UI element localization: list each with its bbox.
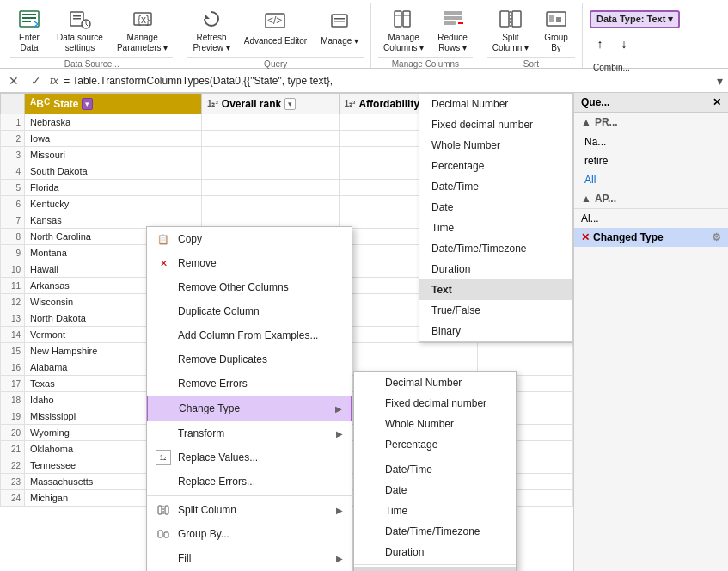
- subm-date[interactable]: Date: [354, 480, 516, 500]
- ctx-remove-other[interactable]: Remove Other Columns: [147, 275, 352, 299]
- formula-input[interactable]: [64, 75, 712, 87]
- step-x-icon[interactable]: ✕: [581, 231, 590, 243]
- dt-truefalse[interactable]: True/False: [419, 300, 572, 321]
- data-type-button[interactable]: Data Type: Text ▾: [590, 10, 680, 28]
- ctx-change-type[interactable]: Change Type ▶: [147, 396, 352, 421]
- dt-datetime[interactable]: Date/Time: [419, 176, 572, 197]
- ctx-remove-dupes[interactable]: Remove Duplicates: [147, 347, 352, 371]
- step-gear-icon[interactable]: ⚙: [712, 231, 721, 243]
- reduce-rows-button[interactable]: ReduceRows ▾: [432, 3, 472, 55]
- subm-fixed-decimal[interactable]: Fixed decimal number: [354, 393, 516, 414]
- col-rank-type-icon: 1₂³: [207, 99, 218, 108]
- properties-name-item[interactable]: Na...: [574, 132, 728, 151]
- dt-duration[interactable]: Duration: [419, 259, 572, 279]
- combine-button[interactable]: Combin...: [590, 59, 633, 75]
- collapse-properties-icon[interactable]: ▲: [581, 116, 591, 128]
- ctx-add-examples[interactable]: Add Column From Examples...: [147, 323, 352, 347]
- row-number: 22: [1, 457, 25, 474]
- formula-expand-icon[interactable]: ▾: [717, 74, 723, 88]
- all-props-item[interactable]: All: [574, 170, 728, 189]
- subm-time[interactable]: Time: [354, 500, 516, 521]
- svg-rect-34: [164, 532, 168, 537]
- collapse-steps-icon[interactable]: ▲: [581, 193, 591, 205]
- split-column-button[interactable]: SplitColumn ▾: [487, 3, 534, 55]
- advanced-editor-button[interactable]: </> Advanced Editor: [239, 3, 312, 55]
- dt-text[interactable]: Text: [419, 279, 572, 300]
- add-examples-icon: [156, 328, 171, 343]
- sort-asc-button[interactable]: ↑: [590, 35, 610, 56]
- subm-duration[interactable]: Duration: [354, 542, 516, 562]
- context-menu[interactable]: 📋 Copy ✕ Remove Remove Other Columns Dup…: [146, 226, 352, 571]
- dt-whole[interactable]: Whole Number: [419, 135, 572, 156]
- dt-datetimetz[interactable]: Date/Time/Timezone: [419, 238, 572, 259]
- dt-pct[interactable]: Percentage: [419, 156, 572, 176]
- row-number: 11: [1, 278, 25, 294]
- ctx-remove[interactable]: ✕ Remove: [147, 251, 352, 275]
- group-by-button[interactable]: GroupBy: [537, 3, 575, 55]
- manage-parameters-button[interactable]: {x} ManageParameters ▾: [112, 3, 173, 55]
- ctx-transform-label: Transform: [178, 427, 329, 439]
- col-rank-label: Overall rank: [222, 98, 281, 110]
- table-area: ABC State ▾ 1₂³ Overall rank ▾: [0, 93, 573, 571]
- row-number: 9: [1, 245, 25, 261]
- ctx-remove-errors[interactable]: Remove Errors: [147, 371, 352, 396]
- ribbon: EnterData Data sourcesettings: [0, 0, 728, 69]
- row-number: 14: [1, 327, 25, 343]
- properties-retire-item[interactable]: retire: [574, 151, 728, 170]
- step-al[interactable]: Al...: [574, 209, 728, 228]
- col-affordability-type-icon: 1₂³: [345, 99, 356, 108]
- ctx-duplicate[interactable]: Duplicate Column: [147, 299, 352, 323]
- subm-pct-label: Percentage: [385, 439, 437, 451]
- subm-text[interactable]: ✓ Text: [354, 567, 516, 571]
- dt-fixed[interactable]: Fixed decimal number: [419, 114, 572, 135]
- col-rank-dropdown[interactable]: ▾: [284, 98, 296, 110]
- right-panel-header: Que... ✕: [574, 93, 728, 113]
- svg-rect-33: [158, 531, 162, 537]
- manage-button[interactable]: Manage ▾: [315, 3, 364, 55]
- ctx-replace-errors[interactable]: Replace Errors...: [147, 470, 352, 494]
- close-panel-icon[interactable]: ✕: [713, 96, 721, 108]
- svg-rect-1: [22, 14, 36, 15]
- ctx-fill[interactable]: Fill ▶: [147, 546, 352, 570]
- remove-errors-icon: [156, 376, 171, 391]
- data-source-settings-button[interactable]: Data sourcesettings: [52, 3, 108, 55]
- manage-columns-button[interactable]: ManageColumns ▾: [378, 3, 429, 55]
- ctx-group-by[interactable]: Group By...: [147, 522, 352, 546]
- ctx-replace-values[interactable]: 1₂ Replace Values...: [147, 445, 352, 470]
- step-changed-type[interactable]: ✕ Changed Type ⚙: [574, 228, 728, 247]
- ctx-remove-errors-label: Remove Errors: [178, 378, 343, 390]
- formula-cancel-icon[interactable]: ✕: [5, 74, 22, 88]
- col-state-dropdown[interactable]: ▾: [82, 98, 93, 110]
- subm-decimal[interactable]: Decimal Number: [354, 372, 516, 393]
- svg-text:</>: </>: [267, 15, 282, 27]
- ctx-copy-label: Copy: [178, 233, 343, 245]
- advanced-editor-label: Advanced Editor: [244, 36, 307, 46]
- enter-data-icon: [15, 7, 43, 31]
- sort-desc-button[interactable]: ↓: [614, 35, 634, 56]
- formula-confirm-icon[interactable]: ✓: [28, 74, 45, 88]
- split-column-label: SplitColumn ▾: [492, 33, 529, 53]
- row-number: 10: [1, 261, 25, 278]
- refresh-preview-button[interactable]: RefreshPreview ▾: [187, 3, 235, 55]
- svg-rect-2: [22, 17, 36, 19]
- subm-decimal-label: Decimal Number: [385, 377, 462, 389]
- ctx-split-column[interactable]: Split Column ▶: [147, 498, 352, 522]
- dt-binary[interactable]: Binary: [419, 321, 572, 341]
- subm-whole[interactable]: Whole Number: [354, 414, 516, 434]
- dt-date[interactable]: Date: [419, 197, 572, 218]
- dt-time[interactable]: Time: [419, 218, 572, 238]
- refresh-preview-label: RefreshPreview ▾: [193, 33, 229, 53]
- row-number-header: [1, 94, 25, 114]
- ctx-copy[interactable]: 📋 Copy: [147, 227, 352, 251]
- row-number: 15: [1, 343, 25, 359]
- svg-rect-29: [556, 17, 561, 22]
- all-props-label: All: [584, 174, 596, 186]
- remove-icon: ✕: [156, 255, 171, 271]
- subm-datetime[interactable]: Date/Time: [354, 459, 516, 480]
- subm-percentage[interactable]: Percentage: [354, 434, 516, 455]
- ctx-transform[interactable]: Transform ▶: [147, 421, 352, 445]
- enter-data-button[interactable]: EnterData: [10, 3, 48, 55]
- data-type-dropdown[interactable]: Decimal Number Fixed decimal number Whol…: [419, 93, 573, 342]
- subm-datetime-tz[interactable]: Date/Time/Timezone: [354, 521, 516, 542]
- dt-decimal[interactable]: Decimal Number: [419, 94, 572, 114]
